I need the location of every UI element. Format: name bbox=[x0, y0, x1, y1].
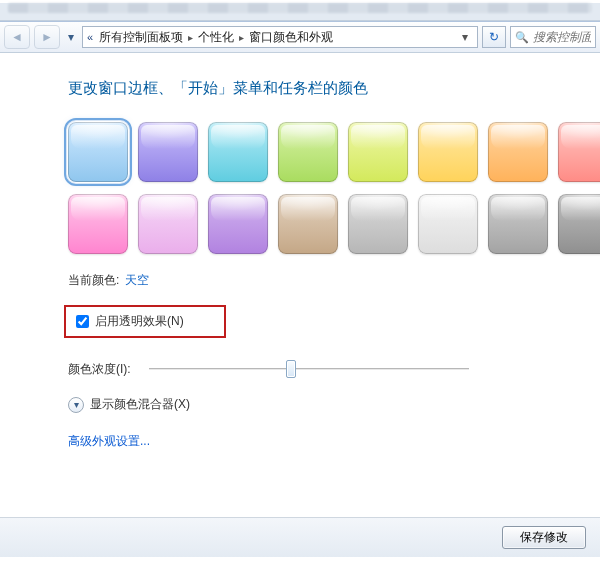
current-color-label: 当前颜色: bbox=[68, 272, 119, 289]
nav-back-button[interactable]: ◄ bbox=[4, 25, 30, 49]
breadcrumb-item[interactable]: 所有控制面板项 bbox=[99, 29, 183, 46]
show-color-mixer-label: 显示颜色混合器(X) bbox=[90, 396, 190, 413]
chevron-right-icon: ▸ bbox=[238, 32, 245, 43]
color-swatch[interactable] bbox=[278, 194, 338, 254]
page-content: 更改窗口边框、「开始」菜单和任务栏的颜色 当前颜色: 天空 启用透明效果(N) … bbox=[0, 53, 600, 460]
breadcrumb[interactable]: « 所有控制面板项 ▸ 个性化 ▸ 窗口颜色和外观 ▾ bbox=[82, 26, 478, 48]
color-swatch[interactable] bbox=[348, 122, 408, 182]
command-bar: 保存修改 bbox=[0, 517, 600, 557]
refresh-icon: ↻ bbox=[489, 30, 499, 44]
arrow-right-icon: ► bbox=[41, 30, 53, 44]
nav-forward-button[interactable]: ► bbox=[34, 25, 60, 49]
save-button[interactable]: 保存修改 bbox=[502, 526, 586, 549]
chevron-right-icon: ▸ bbox=[187, 32, 194, 43]
color-intensity-label: 颜色浓度(I): bbox=[68, 361, 131, 378]
breadcrumb-item[interactable]: 窗口颜色和外观 bbox=[249, 29, 333, 46]
enable-transparency-checkbox[interactable] bbox=[76, 315, 89, 328]
breadcrumb-item[interactable]: 个性化 bbox=[198, 29, 234, 46]
color-swatch[interactable] bbox=[418, 194, 478, 254]
color-swatch[interactable] bbox=[488, 194, 548, 254]
color-swatch[interactable] bbox=[558, 122, 600, 182]
color-swatch[interactable] bbox=[208, 194, 268, 254]
page-title: 更改窗口边框、「开始」菜单和任务栏的颜色 bbox=[68, 79, 580, 98]
color-swatch[interactable] bbox=[558, 194, 600, 254]
color-intensity-row: 颜色浓度(I): bbox=[68, 360, 580, 378]
color-swatch-grid bbox=[68, 122, 580, 254]
color-swatch[interactable] bbox=[138, 194, 198, 254]
color-swatch[interactable] bbox=[278, 122, 338, 182]
nav-history-dropdown[interactable]: ▾ bbox=[64, 25, 78, 49]
color-swatch[interactable] bbox=[68, 122, 128, 182]
transparency-option-highlight: 启用透明效果(N) bbox=[64, 305, 226, 338]
address-dropdown-icon[interactable]: ▾ bbox=[457, 30, 473, 44]
search-box[interactable]: 🔍 bbox=[510, 26, 596, 48]
color-swatch[interactable] bbox=[68, 194, 128, 254]
slider-track bbox=[149, 368, 469, 370]
color-swatch[interactable] bbox=[138, 122, 198, 182]
color-swatch[interactable] bbox=[208, 122, 268, 182]
current-color-row: 当前颜色: 天空 bbox=[68, 272, 580, 289]
search-input[interactable] bbox=[533, 30, 591, 44]
search-icon: 🔍 bbox=[515, 31, 529, 44]
enable-transparency-label[interactable]: 启用透明效果(N) bbox=[95, 313, 184, 330]
advanced-appearance-link[interactable]: 高级外观设置... bbox=[68, 433, 580, 450]
color-swatch[interactable] bbox=[488, 122, 548, 182]
color-swatch[interactable] bbox=[348, 194, 408, 254]
window-titlebar-blur bbox=[0, 3, 600, 21]
current-color-value: 天空 bbox=[125, 272, 149, 289]
refresh-button[interactable]: ↻ bbox=[482, 26, 506, 48]
show-color-mixer-row[interactable]: ▾ 显示颜色混合器(X) bbox=[68, 396, 580, 413]
color-intensity-slider[interactable] bbox=[149, 360, 469, 378]
slider-thumb[interactable] bbox=[286, 360, 296, 378]
chevrons-left-icon: « bbox=[87, 31, 95, 43]
color-swatch[interactable] bbox=[418, 122, 478, 182]
arrow-left-icon: ◄ bbox=[11, 30, 23, 44]
chevron-down-icon[interactable]: ▾ bbox=[68, 397, 84, 413]
explorer-toolbar: ◄ ► ▾ « 所有控制面板项 ▸ 个性化 ▸ 窗口颜色和外观 ▾ ↻ 🔍 bbox=[0, 21, 600, 53]
